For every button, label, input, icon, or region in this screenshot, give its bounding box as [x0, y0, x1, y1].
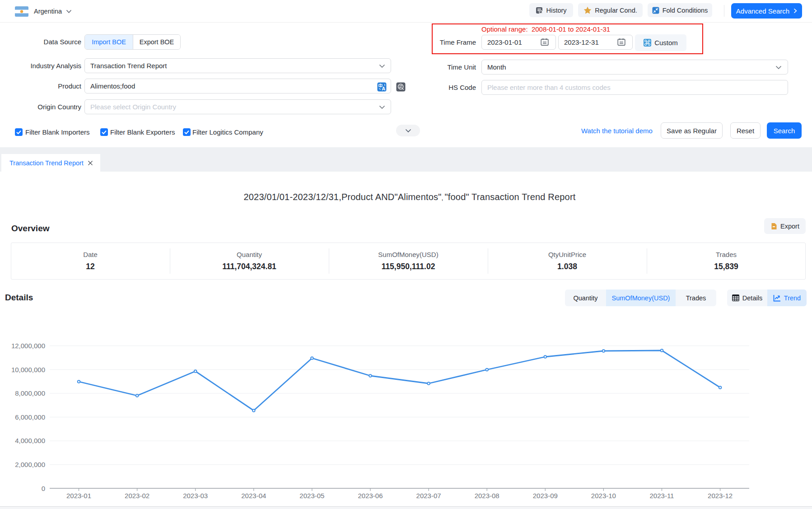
svg-text:2023-11: 2023-11: [650, 492, 674, 500]
svg-text:12,000,000: 12,000,000: [11, 342, 45, 350]
svg-text:2023-03: 2023-03: [183, 492, 208, 500]
svg-text:2023-08: 2023-08: [475, 492, 499, 500]
svg-text:2023-07: 2023-07: [416, 492, 441, 500]
svg-text:2,000,000: 2,000,000: [15, 461, 45, 468]
svg-text:2023-04: 2023-04: [241, 492, 266, 500]
svg-text:10,000,000: 10,000,000: [11, 366, 45, 374]
svg-text:2023-10: 2023-10: [591, 492, 616, 500]
svg-text:2023-02: 2023-02: [125, 492, 149, 500]
svg-text:2023-01: 2023-01: [66, 492, 91, 500]
svg-text:0: 0: [42, 485, 45, 492]
svg-text:2023-12: 2023-12: [708, 492, 733, 500]
svg-text:2023-05: 2023-05: [299, 492, 324, 500]
svg-text:8,000,000: 8,000,000: [15, 389, 45, 397]
svg-text:2023-09: 2023-09: [533, 492, 558, 500]
svg-text:6,000,000: 6,000,000: [15, 413, 45, 421]
svg-text:4,000,000: 4,000,000: [15, 437, 45, 444]
svg-text:A: A: [382, 86, 385, 91]
svg-text:2023-06: 2023-06: [358, 492, 383, 500]
